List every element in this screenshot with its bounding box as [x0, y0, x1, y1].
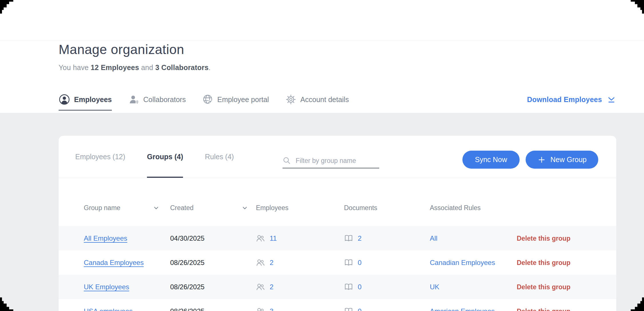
column-label-associated-rules: Associated Rules — [430, 204, 481, 212]
associated-rules-link[interactable]: UK — [430, 283, 439, 291]
groups-card: Employees (12) Groups (4) Rules (4) Sync… — [59, 136, 616, 311]
people-icon — [256, 259, 265, 266]
user-circle-icon — [59, 94, 70, 105]
associated-rules-link[interactable]: American Employees — [430, 307, 495, 311]
tab-employees[interactable]: Employees — [59, 87, 112, 112]
gear-icon — [285, 94, 296, 105]
column-label-group-name: Group name — [84, 204, 120, 212]
new-group-label: New Group — [550, 156, 587, 164]
table-row: All Employees 04/30/2025 11 2 All Delete… — [59, 226, 616, 250]
column-header-group-name[interactable]: Group name — [84, 204, 120, 212]
employees-count-cell: 3 — [256, 307, 273, 311]
card-header: Employees (12) Groups (4) Rules (4) Sync… — [59, 136, 616, 178]
delete-group-link[interactable]: Delete this group — [517, 234, 571, 242]
people-icon — [256, 307, 265, 311]
tab-employees-label: Employees — [74, 95, 112, 104]
delete-group-link[interactable]: Delete this group — [517, 283, 571, 291]
page-title: Manage organization — [59, 42, 184, 57]
column-header-employees: Employees — [256, 204, 289, 212]
created-date: 08/26/2025 — [170, 259, 204, 267]
page-header: Manage organization You have 12 Employee… — [0, 0, 644, 113]
tab-employee-portal[interactable]: Employee portal — [202, 87, 269, 112]
associated-rules-link[interactable]: All — [430, 234, 438, 242]
download-employees-label: Download Employees — [527, 95, 602, 104]
subtitle-middle: and — [139, 63, 155, 71]
main-tab-bar: Employees Collaborators — [59, 87, 616, 112]
header-divider — [0, 41, 644, 41]
delete-group-link[interactable]: Delete this group — [517, 307, 571, 311]
documents-count-link[interactable]: 0 — [358, 259, 361, 267]
tab-groups-label: Groups (4) — [147, 153, 183, 161]
sync-now-label: Sync Now — [475, 156, 507, 164]
documents-count-cell: 0 — [344, 283, 361, 291]
employees-count-link[interactable]: 3 — [270, 307, 273, 311]
tab-account-details[interactable]: Account details — [285, 87, 349, 112]
employees-count-cell: 2 — [256, 259, 273, 267]
book-icon — [344, 258, 353, 267]
table-row: Canada Employees 08/26/2025 2 0 Canadian… — [59, 250, 616, 275]
column-header-associated-rules: Associated Rules — [430, 204, 481, 212]
column-label-employees: Employees — [256, 204, 289, 212]
people-icon — [256, 283, 265, 291]
employees-count-cell: 11 — [256, 234, 277, 242]
subtitle-prefix: You have — [59, 63, 91, 71]
tab-collaborators[interactable]: Collaborators — [128, 87, 186, 112]
tab-employee-portal-label: Employee portal — [217, 95, 269, 104]
plus-icon — [537, 156, 546, 164]
tab-collaborators-label: Collaborators — [143, 95, 186, 104]
page-subtitle: You have 12 Employees and 3 Collaborator… — [59, 63, 210, 72]
tab-rules-label: Rules (4) — [205, 153, 234, 161]
book-icon — [344, 283, 353, 291]
employees-count-link[interactable]: 11 — [270, 234, 277, 242]
documents-count-cell: 0 — [344, 307, 361, 311]
column-header-created[interactable]: Created — [170, 204, 194, 212]
employees-count: 12 Employees — [91, 63, 139, 71]
download-employees-link[interactable]: Download Employees — [527, 95, 616, 104]
column-header-documents: Documents — [344, 204, 377, 212]
group-name-link[interactable]: USA employees — [84, 307, 133, 311]
column-label-documents: Documents — [344, 204, 377, 212]
download-chevron-icon — [607, 95, 616, 104]
documents-count-link[interactable]: 0 — [358, 307, 361, 311]
tab-account-details-label: Account details — [300, 95, 349, 104]
people-icon — [256, 234, 265, 242]
tab-groups[interactable]: Groups (4) — [147, 136, 183, 178]
tab-rules[interactable]: Rules (4) — [205, 136, 234, 178]
sort-chevron-icon[interactable] — [242, 205, 248, 211]
created-date: 08/26/2025 — [170, 283, 204, 291]
tab-employees-count-label: Employees (12) — [75, 153, 125, 161]
globe-cursor-icon — [202, 94, 213, 105]
group-name-link[interactable]: All Employees — [84, 234, 127, 242]
sync-now-button[interactable]: Sync Now — [462, 151, 520, 169]
book-icon — [344, 307, 353, 311]
documents-count-link[interactable]: 0 — [358, 283, 361, 291]
employees-count-link[interactable]: 2 — [270, 283, 273, 291]
subtitle-suffix: . — [208, 63, 210, 71]
book-icon — [344, 234, 353, 242]
card-tab-bar: Employees (12) Groups (4) Rules (4) — [75, 136, 234, 178]
table-header: Group name Created Employees Documents A… — [59, 178, 616, 226]
table-row: USA employees 08/26/2025 3 0 American Em… — [59, 299, 616, 311]
user-shield-icon — [128, 94, 139, 105]
group-name-link[interactable]: UK Employees — [84, 283, 129, 291]
documents-count-cell: 0 — [344, 258, 361, 267]
associated-rules-link[interactable]: Canadian Employees — [430, 259, 495, 267]
delete-group-link[interactable]: Delete this group — [517, 259, 571, 266]
created-date: 08/26/2025 — [170, 307, 204, 311]
group-name-link[interactable]: Canada Employees — [84, 259, 144, 267]
created-date: 04/30/2025 — [170, 234, 204, 242]
sort-chevron-icon[interactable] — [153, 205, 159, 211]
column-label-created: Created — [170, 204, 194, 212]
tab-employees-count[interactable]: Employees (12) — [75, 136, 125, 178]
documents-count-cell: 2 — [344, 234, 361, 242]
filter-group-input[interactable] — [295, 157, 381, 165]
new-group-button[interactable]: New Group — [526, 151, 598, 169]
employees-count-cell: 2 — [256, 283, 273, 291]
documents-count-link[interactable]: 2 — [358, 234, 361, 242]
search-icon — [283, 156, 291, 165]
collaborators-count: 3 Collaborators — [155, 63, 208, 71]
table-row: UK Employees 08/26/2025 2 0 UK Delete th… — [59, 275, 616, 299]
employees-count-link[interactable]: 2 — [270, 259, 273, 267]
group-filter — [283, 153, 379, 168]
